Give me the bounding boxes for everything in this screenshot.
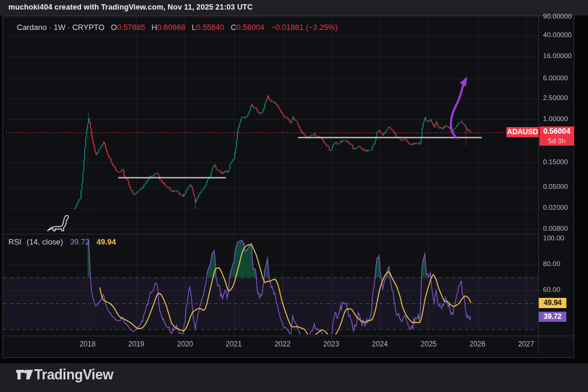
attribution-bar: muchoki404 created with TradingView.com,… xyxy=(8,3,253,11)
price-axis-label: 0.00800 xyxy=(543,225,568,232)
year-label: 2021 xyxy=(226,340,242,348)
low-value: 0.55840 xyxy=(196,23,224,32)
price-axis-label: 16.00000 xyxy=(543,52,572,59)
rsi-axis-label: 100.00 xyxy=(543,234,564,242)
chart-canvas[interactable] xyxy=(0,0,588,392)
low-label: L xyxy=(192,23,196,32)
year-label: 2019 xyxy=(128,340,145,348)
tradingview-wordmark[interactable]: TradingView xyxy=(34,367,113,383)
price-axis-label: 6.00000 xyxy=(543,74,568,82)
rsi-ma-value: 49.94 xyxy=(97,237,116,246)
rsi-params: (14, close) xyxy=(26,237,63,246)
price-axis-label: 1.00000 xyxy=(543,115,568,122)
rsi-value-tag: 39.72 xyxy=(539,312,566,322)
price-axis-label: 40.00000 xyxy=(543,31,572,38)
symbol-legend[interactable]: Cardano · 1W · CRYPTO O0.57885 H0.60668 … xyxy=(17,23,338,32)
price-axis-label: 0.02000 xyxy=(543,204,568,211)
rsi-axis-label: 60.00 xyxy=(543,286,560,293)
year-label: 2025 xyxy=(421,340,437,348)
bar-countdown: 5d 3h xyxy=(539,137,574,146)
price-axis-label: 0.05000 xyxy=(543,183,568,190)
year-label: 2020 xyxy=(177,340,193,348)
price-axis-label: 2.50000 xyxy=(543,94,568,101)
price-axis-label: 90.00000 xyxy=(543,13,572,20)
year-label: 2024 xyxy=(372,340,388,348)
price-axis-label: 0.15000 xyxy=(543,158,568,165)
symbol-price-tag: ADAUSD xyxy=(506,127,539,137)
year-label: 2018 xyxy=(80,340,96,348)
year-label: 2026 xyxy=(469,340,485,348)
year-label: 2022 xyxy=(274,340,290,348)
tradingview-logo-icon[interactable] xyxy=(16,367,34,383)
rsi-value: 39.72 xyxy=(70,237,90,246)
high-label: H xyxy=(152,23,157,32)
rsi-ma-tag: 49.94 xyxy=(539,298,566,308)
open-label: O xyxy=(111,23,117,32)
close-value: 0.56004 xyxy=(236,23,265,32)
open-value: 0.57885 xyxy=(117,23,145,32)
close-label: C xyxy=(230,23,236,32)
tradingview-snapshot: muchoki404 created with TradingView.com,… xyxy=(0,0,588,392)
rsi-legend[interactable]: RSI (14, close) 39.72 49.94 xyxy=(8,237,116,246)
year-label: 2027 xyxy=(518,340,534,348)
last-price: 0.56004 xyxy=(539,126,574,137)
rsi-axis-label: 80.00 xyxy=(543,260,560,267)
attribution-text: muchoki404 created with TradingView.com,… xyxy=(8,3,253,11)
rsi-title: RSI xyxy=(8,237,22,246)
year-label: 2023 xyxy=(323,340,340,348)
dinosaur-icon xyxy=(46,213,73,234)
change-value: −0.01881 (−3.25%) xyxy=(271,23,337,32)
high-value: 0.60668 xyxy=(157,23,185,32)
last-price-box: 0.56004 5d 3h xyxy=(539,126,574,146)
symbol-title: Cardano · 1W · CRYPTO xyxy=(17,23,104,32)
